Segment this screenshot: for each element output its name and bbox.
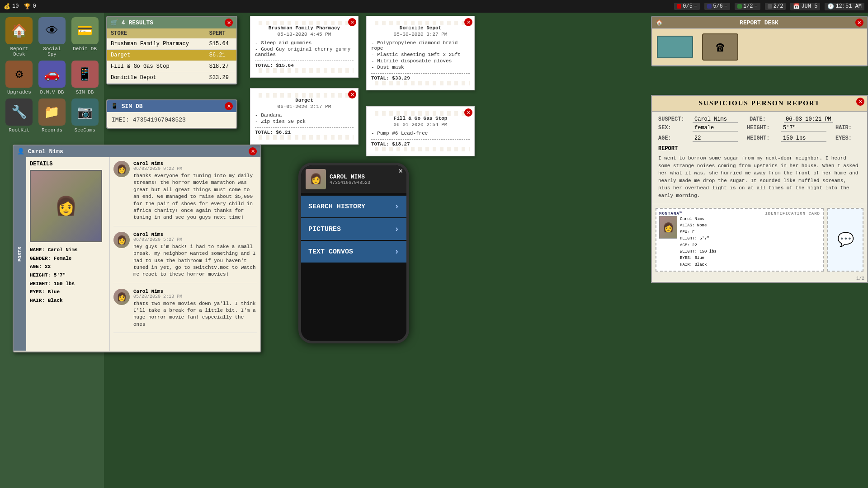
results-spent-cell: $15.64 xyxy=(206,38,236,50)
sidebar-item-debit-db[interactable]: 💳 Debit DB xyxy=(70,17,99,57)
results-store-cell: Darget xyxy=(107,50,206,61)
simdb-title-bar: 📱 SIM DB ✕ xyxy=(107,100,236,112)
phone-imei: 473541967048523 xyxy=(330,180,370,185)
dmv-db-icon: 🚗 xyxy=(38,61,66,88)
post-name-0: Carol Nims xyxy=(133,161,257,166)
sim-db-icon: 📱 xyxy=(71,61,99,88)
phone-chevron-0: › xyxy=(394,202,399,211)
carol-photo-placeholder: 👩 xyxy=(31,171,101,241)
status-pill-3: 1/2 – xyxy=(735,3,760,10)
results-table-row[interactable]: Brushman Family Pharmacy$15.64 xyxy=(107,38,236,50)
post-avatar-1: 👩 xyxy=(113,232,130,248)
phone-name: CAROL NIMS xyxy=(330,174,370,180)
chat-icon-box: 💬 xyxy=(827,208,863,272)
receipt-fillgo-items: - Pump #6 Lead-free xyxy=(371,130,470,136)
post-content-0: Carol Nims 06/03/2020 9:22 PM thanks eve… xyxy=(133,161,257,221)
receipt-pharmacy-total: TOTAL: $15.64 xyxy=(255,61,354,68)
post-date-1: 06/03/2020 5:27 PM xyxy=(133,237,257,242)
receipt-domicile-title: Domicile Depot xyxy=(371,25,470,31)
sus-suspect-value: Carol Nims xyxy=(693,116,738,123)
simdb-title: 📱 SIM DB xyxy=(111,103,143,110)
results-table-row[interactable]: Darget$6.21 xyxy=(107,50,236,61)
simdb-close-button[interactable]: ✕ xyxy=(225,102,233,110)
sus-weight-field: WEIGHT: 150 lbs xyxy=(747,135,826,142)
carol-post: 👩 Carol Nims 06/03/2020 5:27 PM hey guys… xyxy=(113,232,257,283)
details-label: DETAILS xyxy=(30,161,106,167)
sus-weight-value: 150 lbs xyxy=(781,135,826,142)
carol-posts-tab[interactable]: POSTS xyxy=(14,157,26,351)
carol-post: 👩 Carol Nims 05/28/2020 2:13 PM thats tw… xyxy=(113,289,257,333)
results-title-bar: 🛒 4 RESULTS ✕ xyxy=(107,17,236,28)
results-close-button[interactable]: ✕ xyxy=(225,19,233,27)
suspicious-title: SUSPICIOUS PERSON REPORT xyxy=(652,96,867,112)
receipt-fillgo-total: TOTAL: $18.27 xyxy=(371,139,470,147)
post-avatar-0: 👩 xyxy=(113,161,130,177)
carol-posts[interactable]: 👩 Carol Nims 06/03/2020 9:22 PM thanks e… xyxy=(110,157,260,351)
receipt-item: - Bandana xyxy=(255,112,354,118)
report-desk-icon: 🏠 xyxy=(5,17,33,44)
post-text-0: thanks everyone for tuning into my daily… xyxy=(133,173,257,221)
receipt-pharmacy-title: Brushman Family Pharmacy xyxy=(255,25,354,31)
receipt-fillgo-title: Fill & Go Gas Stop xyxy=(371,116,470,121)
phone-menu-item-2[interactable]: TEXT CONVOS› xyxy=(301,241,406,263)
suspicious-close-button[interactable]: ✕ xyxy=(856,98,864,106)
receipt-darget-close[interactable]: ✕ xyxy=(348,90,356,99)
results-table-row[interactable]: Domicile Depot$33.29 xyxy=(107,72,236,84)
report-desk-close-button[interactable]: ✕ xyxy=(855,19,863,27)
sidebar-item-upgrades[interactable]: ⚙️ Upgrades xyxy=(5,61,34,95)
phone-close-icon[interactable]: ✕ xyxy=(398,166,403,175)
carol-title-bar: 👤 Carol Nims ✕ xyxy=(14,145,260,157)
sus-row-1: SEX: female HEIGHT: 5'7" HAIR: Black xyxy=(658,125,861,133)
results-window: 🛒 4 RESULTS ✕ STORE SPENT Brushman Famil… xyxy=(106,16,237,84)
sus-eyes-label: EYES: xyxy=(835,135,867,141)
id-card: MONTANA™ IDENTIFICATION CARD 👩 Carol Nim… xyxy=(656,208,824,272)
phone-screen: ✕ 👩 CAROL NIMS 473541967048523 SEARCH HI… xyxy=(301,165,406,341)
sidebar-item-records[interactable]: 📁 Records xyxy=(38,99,67,133)
results-store-cell: Fill & Go Gas Stop xyxy=(107,61,206,72)
carol-nims-window: 👤 Carol Nims ✕ POSTS DETAILS 👩 NAME: Car… xyxy=(13,145,261,352)
receipt-pharmacy-close[interactable]: ✕ xyxy=(348,18,356,26)
report-desk-label: Report Desk xyxy=(5,46,34,57)
social-spy-label: Social Spy xyxy=(38,46,67,57)
receipt-item: - Dust mask xyxy=(371,64,470,70)
time-value: 12:51 AM xyxy=(835,3,862,9)
phone-menu-item-1[interactable]: PICTURES› xyxy=(301,218,406,240)
results-table-row[interactable]: Fill & Go Gas Stop$18.27 xyxy=(107,61,236,72)
status-dot-2 xyxy=(707,4,712,9)
receipt-wavy-top-darget xyxy=(255,93,354,98)
sus-hair-label: HAIR: xyxy=(835,125,867,131)
sidebar-item-rootkit[interactable]: 🔧 RootKit xyxy=(5,99,34,133)
receipt-domicile-close[interactable]: ✕ xyxy=(464,18,472,26)
receipt-item: - Plastic sheeting 10ft x 25ft xyxy=(371,52,470,58)
printer-icon xyxy=(657,36,693,58)
phone-chevron-1: › xyxy=(394,225,399,234)
sidebar-item-sim-db[interactable]: 📱 SIM DB xyxy=(70,61,99,95)
post-avatar-2: 👩 xyxy=(113,289,130,305)
phone-landline-icon: ☎ xyxy=(702,33,738,61)
phone-chevron-2: › xyxy=(394,247,399,256)
sus-age-value: 22 xyxy=(693,135,738,142)
receipt-darget-total: TOTAL: $6.21 xyxy=(255,127,354,135)
sus-suspect-field: SUSPECT: Carol Nims DATE: 06-03 10:21 PM xyxy=(658,116,861,123)
post-date-0: 06/03/2020 9:22 PM xyxy=(133,166,257,171)
sidebar-item-report-desk[interactable]: 🏠 Report Desk xyxy=(5,17,34,57)
sus-hair-field: HAIR: Black xyxy=(835,125,868,131)
sidebar-item-dmv-db[interactable]: 🚗 D.M.V DB xyxy=(38,61,67,95)
phone-window: ✕ 👩 CAROL NIMS 473541967048523 SEARCH HI… xyxy=(298,163,409,343)
sus-age-field: AGE: 22 xyxy=(658,135,738,142)
carol-body: POSTS DETAILS 👩 NAME: Carol Nims GENDER:… xyxy=(14,157,260,351)
sus-height-value: 5'7" xyxy=(781,125,826,131)
status-pill-1: 0/5 – xyxy=(674,3,700,10)
sidebar-item-seccams[interactable]: 📷 SecCams xyxy=(70,99,99,133)
status-pill-2: 5/6 – xyxy=(704,3,730,10)
sus-sex-field: SEX: female xyxy=(658,125,738,131)
post-content-1: Carol Nims 06/03/2020 5:27 PM hey guys I… xyxy=(133,232,257,278)
sus-weight-label: WEIGHT: xyxy=(747,135,778,141)
carol-photo: 👩 xyxy=(30,170,102,242)
results-table: STORE SPENT Brushman Family Pharmacy$15.… xyxy=(107,28,236,84)
carol-close-button[interactable]: ✕ xyxy=(249,147,257,155)
phone-menu-item-0[interactable]: SEARCH HISTORY› xyxy=(301,196,406,217)
receipt-item: - Sleep aid gummies xyxy=(255,40,354,46)
receipt-fillgo-close[interactable]: ✕ xyxy=(464,108,472,117)
sidebar-item-social-spy[interactable]: 👁 Social Spy xyxy=(38,17,67,57)
